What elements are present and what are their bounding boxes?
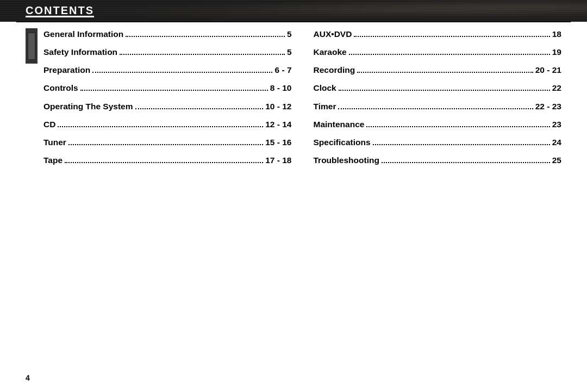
toc-item-label: Karaoke (314, 47, 347, 58)
toc-item-label: Preparation (43, 65, 90, 76)
toc-item-page: 10 - 12 (265, 101, 291, 112)
toc-item[interactable]: AUX•DVD18 (314, 29, 562, 40)
toc-item-page: 8 - 10 (270, 83, 292, 94)
toc-item[interactable]: Maintenance23 (314, 119, 562, 130)
toc-item-dots (349, 54, 550, 55)
toc-item[interactable]: Clock22 (314, 83, 562, 94)
toc-item[interactable]: Controls8 - 10 (43, 83, 292, 94)
toc-item[interactable]: Recording20 - 21 (314, 65, 562, 76)
toc-item-label: Tape (43, 155, 63, 166)
toc-item-dots (382, 162, 550, 163)
toc-item-page: 22 (552, 83, 561, 94)
page-number: 4 (26, 374, 30, 382)
page-container: CONTENTS General Information5Safety Info… (0, 0, 587, 392)
toc-item-page: 23 (552, 119, 561, 130)
toc-item-label: Troubleshooting (314, 155, 379, 166)
toc-item[interactable]: Specifications24 (314, 137, 562, 148)
toc-item-label: Operating The System (43, 101, 133, 112)
toc-item-dots (354, 36, 549, 37)
toc-item-dots (338, 108, 533, 109)
toc-item-page: 20 - 21 (535, 65, 561, 76)
toc-item-page: 12 - 14 (265, 119, 291, 130)
toc-item-dots (357, 72, 533, 73)
toc-right-column: AUX•DVD18Karaoke19Recording20 - 21Clock2… (314, 29, 562, 173)
toc-item-page: 15 - 16 (265, 137, 291, 148)
toc-left-column: General Information5Safety Information5P… (43, 29, 292, 173)
toc-item-dots (366, 126, 549, 127)
toc-item-label: Recording (314, 65, 355, 76)
toc-item-label: Clock (314, 83, 336, 94)
toc-item[interactable]: Karaoke19 (314, 47, 562, 58)
toc-item-dots (126, 36, 285, 37)
toc-item[interactable]: Tape17 - 18 (43, 155, 292, 166)
toc-item-dots (373, 144, 550, 145)
toc-item-label: Tuner (43, 137, 66, 148)
toc-item-dots (58, 126, 263, 127)
toc-item-label: AUX•DVD (314, 29, 352, 40)
toc-item-page: 19 (552, 47, 561, 58)
toc-item[interactable]: Preparation6 - 7 (43, 65, 292, 76)
toc-item-label: General Information (43, 29, 123, 40)
toc-item-page: 24 (552, 137, 561, 148)
header-bar: CONTENTS (0, 0, 587, 22)
toc-item-page: 17 - 18 (265, 155, 291, 166)
toc-item-dots (68, 144, 263, 145)
toc-item-label: CD (43, 119, 55, 130)
toc-item[interactable]: Troubleshooting25 (314, 155, 562, 166)
toc-item-dots (92, 72, 272, 73)
toc-item-label: Maintenance (314, 119, 365, 130)
toc-item-label: Specifications (314, 137, 371, 148)
toc-item-dots (80, 90, 268, 91)
bookmark-tab (26, 28, 38, 64)
toc-item[interactable]: Timer22 - 23 (314, 101, 562, 112)
toc-item-page: 5 (287, 29, 292, 40)
toc-item[interactable]: Tuner15 - 16 (43, 137, 292, 148)
toc-item[interactable]: General Information5 (43, 29, 292, 40)
toc-item-page: 5 (287, 47, 292, 58)
toc-content: General Information5Safety Information5P… (0, 22, 587, 189)
toc-item-dots (339, 90, 550, 91)
toc-item-page: 18 (552, 29, 561, 40)
page-title: CONTENTS (26, 5, 94, 17)
toc-item-label: Timer (314, 101, 336, 112)
toc-item-page: 25 (552, 155, 561, 166)
toc-item[interactable]: Operating The System10 - 12 (43, 101, 292, 112)
toc-item[interactable]: Safety Information5 (43, 47, 292, 58)
toc-item[interactable]: CD12 - 14 (43, 119, 292, 130)
toc-item-page: 22 - 23 (535, 101, 561, 112)
toc-item-dots (120, 54, 285, 55)
toc-item-label: Safety Information (43, 47, 117, 58)
toc-item-dots (65, 162, 263, 163)
toc-item-dots (135, 108, 264, 109)
toc-item-label: Controls (43, 83, 78, 94)
toc-item-page: 6 - 7 (274, 65, 291, 76)
bookmark-inner (28, 33, 35, 60)
